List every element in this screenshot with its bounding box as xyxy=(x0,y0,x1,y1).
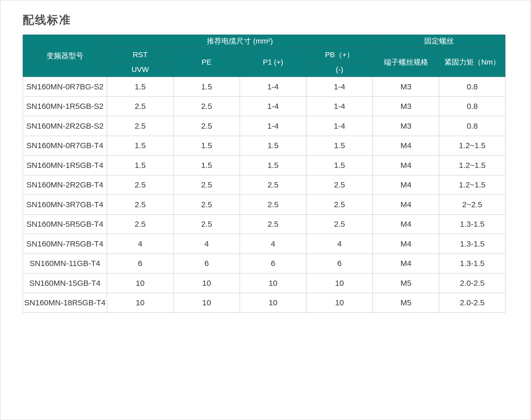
value-cell: M4 xyxy=(373,136,439,156)
value-cell: 10 xyxy=(240,273,306,293)
value-cell: M3 xyxy=(373,96,439,116)
value-cell: 4 xyxy=(107,234,173,254)
page: 配线标准 变频器型号 推荐电缆尺寸 (mm²) 固定螺丝 RST PE P1 (… xyxy=(0,0,531,420)
value-cell: M4 xyxy=(373,234,439,254)
value-cell: 10 xyxy=(306,293,373,313)
value-cell: 2.5 xyxy=(173,214,240,234)
value-cell: 2.5 xyxy=(107,175,173,195)
table-row: SN160MN-15GB-T4 10 10 10 10 M5 2.0-2.5 xyxy=(23,273,505,293)
value-cell: M5 xyxy=(373,273,439,293)
value-cell: 6 xyxy=(107,254,173,273)
model-cell: SN160MN-18R5GB-T4 xyxy=(23,293,107,313)
column-group-fixing-screw: 固定螺丝 xyxy=(373,35,505,48)
value-cell: 1.3-1.5 xyxy=(439,254,505,273)
column-header-model: 变频器型号 xyxy=(23,35,107,77)
table-row: SN160MN-18R5GB-T4 10 10 10 10 M5 2.0-2.5 xyxy=(23,293,505,313)
table-row: SN160MN-1R5GB-T4 1.5 1.5 1.5 1.5 M4 1.2~… xyxy=(23,156,505,175)
model-cell: SN160MN-0R7GB-T4 xyxy=(23,136,107,156)
value-cell: 4 xyxy=(173,234,240,254)
wiring-standard-table: 变频器型号 推荐电缆尺寸 (mm²) 固定螺丝 RST PE P1 (+) PB… xyxy=(23,35,505,313)
value-cell: 10 xyxy=(173,293,240,313)
value-cell: 2.5 xyxy=(240,175,306,195)
column-header-pe: PE xyxy=(173,48,240,77)
value-cell: 1.5 xyxy=(107,136,173,156)
value-cell: 1.2~1.5 xyxy=(439,156,505,175)
value-cell: 10 xyxy=(107,273,173,293)
value-cell: 2.5 xyxy=(240,214,306,234)
value-cell: 1.3-1.5 xyxy=(439,214,505,234)
value-cell: 2.0-2.5 xyxy=(439,293,505,313)
value-cell: 1.5 xyxy=(173,136,240,156)
value-cell: 0.8 xyxy=(439,96,505,116)
value-cell: M4 xyxy=(373,175,439,195)
value-cell: 2.5 xyxy=(107,116,173,136)
value-cell: 1-4 xyxy=(240,96,306,116)
value-cell: M4 xyxy=(373,254,439,273)
value-cell: 4 xyxy=(240,234,306,254)
column-header-uvw: UVW xyxy=(107,62,173,77)
table-header: 变频器型号 推荐电缆尺寸 (mm²) 固定螺丝 RST PE P1 (+) PB… xyxy=(23,35,505,77)
value-cell: 2.5 xyxy=(173,116,240,136)
value-cell: 2.5 xyxy=(306,175,373,195)
value-cell: 2.5 xyxy=(306,214,373,234)
value-cell: M4 xyxy=(373,156,439,175)
table-row: SN160MN-2R2GB-S2 2.5 2.5 1-4 1-4 M3 0.8 xyxy=(23,116,505,136)
value-cell: 1-4 xyxy=(306,77,373,97)
value-cell: 10 xyxy=(240,293,306,313)
value-cell: 10 xyxy=(173,273,240,293)
value-cell: M4 xyxy=(373,214,439,234)
model-cell: SN160MN-2R2GB-S2 xyxy=(23,116,107,136)
value-cell: 1-4 xyxy=(240,116,306,136)
table-row: SN160MN-0R7BG-S2 1.5 1.5 1-4 1-4 M3 0.8 xyxy=(23,77,505,97)
model-cell: SN160MN-2R2GB-T4 xyxy=(23,175,107,195)
value-cell: 1.5 xyxy=(306,156,373,175)
value-cell: 1.5 xyxy=(240,156,306,175)
value-cell: 2.5 xyxy=(173,195,240,215)
model-cell: SN160MN-15GB-T4 xyxy=(23,273,107,293)
value-cell: M5 xyxy=(373,293,439,313)
value-cell: M3 xyxy=(373,77,439,97)
value-cell: 1-4 xyxy=(240,77,306,97)
column-header-terminal-screw: 端子螺丝规格 xyxy=(373,48,439,77)
model-cell: SN160MN-1R5GB-T4 xyxy=(23,156,107,175)
column-header-rst: RST xyxy=(107,48,173,62)
column-header-pb: PB（+） xyxy=(306,48,373,62)
table-body: SN160MN-0R7BG-S2 1.5 1.5 1-4 1-4 M3 0.8 … xyxy=(23,77,505,313)
value-cell: 2.5 xyxy=(107,96,173,116)
model-cell: SN160MN-0R7BG-S2 xyxy=(23,77,107,97)
table-row: SN160MN-3R7GB-T4 2.5 2.5 2.5 2.5 M4 2~2.… xyxy=(23,195,505,215)
value-cell: 2.5 xyxy=(240,195,306,215)
value-cell: 1.5 xyxy=(240,136,306,156)
value-cell: M4 xyxy=(373,195,439,215)
table-row: SN160MN-7R5GB-T4 4 4 4 4 M4 1.3-1.5 xyxy=(23,234,505,254)
model-cell: SN160MN-3R7GB-T4 xyxy=(23,195,107,215)
value-cell: 2~2.5 xyxy=(439,195,505,215)
value-cell: 0.8 xyxy=(439,116,505,136)
model-cell: SN160MN-1R5GB-S2 xyxy=(23,96,107,116)
table-row: SN160MN-11GB-T4 6 6 6 6 M4 1.3-1.5 xyxy=(23,254,505,273)
column-header-minus: (-) xyxy=(306,62,373,77)
value-cell: 1-4 xyxy=(306,116,373,136)
value-cell: 1.2~1.5 xyxy=(439,175,505,195)
model-cell: SN160MN-11GB-T4 xyxy=(23,254,107,273)
value-cell: 10 xyxy=(107,293,173,313)
value-cell: 2.5 xyxy=(107,195,173,215)
column-group-cable-size: 推荐电缆尺寸 (mm²) xyxy=(107,35,373,48)
table-row: SN160MN-5R5GB-T4 2.5 2.5 2.5 2.5 M4 1.3-… xyxy=(23,214,505,234)
value-cell: 6 xyxy=(173,254,240,273)
column-header-torque: 紧固力矩（Nm） xyxy=(439,48,505,77)
value-cell: 0.8 xyxy=(439,77,505,97)
value-cell: 2.0-2.5 xyxy=(439,273,505,293)
value-cell: 1.5 xyxy=(107,156,173,175)
model-cell: SN160MN-7R5GB-T4 xyxy=(23,234,107,254)
value-cell: 6 xyxy=(306,254,373,273)
table-row: SN160MN-0R7GB-T4 1.5 1.5 1.5 1.5 M4 1.2~… xyxy=(23,136,505,156)
value-cell: 2.5 xyxy=(173,96,240,116)
value-cell: 4 xyxy=(306,234,373,254)
value-cell: 10 xyxy=(306,273,373,293)
value-cell: 2.5 xyxy=(173,175,240,195)
page-title: 配线标准 xyxy=(23,12,71,28)
value-cell: 1-4 xyxy=(306,96,373,116)
value-cell: M3 xyxy=(373,116,439,136)
model-cell: SN160MN-5R5GB-T4 xyxy=(23,214,107,234)
